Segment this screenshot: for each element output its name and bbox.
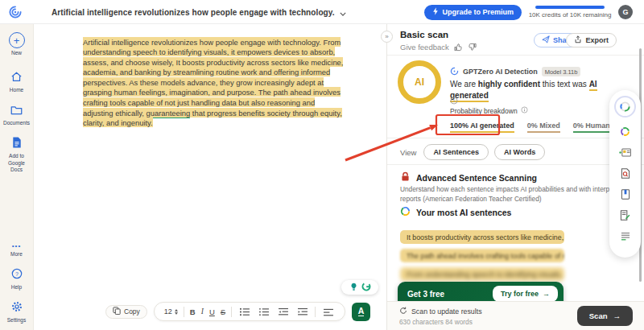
grammarly-widget[interactable] <box>341 280 378 295</box>
document-title: Artificial intelligence revolutionizes h… <box>52 8 335 17</box>
info-icon[interactable] <box>521 106 528 115</box>
probability-ai-generated[interactable]: 100% AI generated <box>450 120 514 133</box>
detector-name: GPTZero AI Detection <box>463 68 538 76</box>
sidebar-item-label: New <box>10 50 23 56</box>
underline-button[interactable]: U <box>209 307 215 316</box>
avatar[interactable]: G <box>618 5 633 19</box>
panel-collapse-button[interactable]: » <box>381 31 393 43</box>
active-scan-circle-icon[interactable] <box>614 96 636 118</box>
header-right-group: Upgrade to Premium 10K credits of 10K re… <box>424 0 633 24</box>
numbered-list-icon[interactable] <box>237 305 251 319</box>
most-ai-sentences-text: Your most AI sentences <box>416 208 511 217</box>
divider <box>387 164 644 165</box>
detector-row: GPTZero AI Detection Model 3.11b <box>450 64 580 79</box>
scan-label: Scan <box>589 311 608 320</box>
strikethrough-button[interactable]: S <box>221 307 225 316</box>
promo-label: Get 3 free <box>407 290 444 299</box>
scan-tools-toolbar <box>609 90 641 258</box>
chevron-down-icon <box>340 5 346 19</box>
plus-icon: + <box>9 32 25 48</box>
ai-sentence-item[interactable]: It boosts productivity across sectors li… <box>400 230 564 244</box>
advanced-scanning-title: Advanced Sentence Scanning <box>400 171 537 184</box>
credits-text: 10K credits of 10K remaining <box>529 11 612 19</box>
advanced-scanning-description: Understand how each sentence impacts AI … <box>400 184 630 204</box>
credits-progress-bar <box>535 6 605 9</box>
ai-sentence-item-blurred[interactable]: From understanding speech to identifying… <box>400 267 564 281</box>
credits-meter: 10K credits of 10K remaining <box>533 6 607 19</box>
sidebar-item-label: Settings <box>6 317 28 324</box>
refresh-icon <box>399 307 407 316</box>
export-button[interactable]: Export <box>566 33 617 47</box>
scan-results-panel: » Basic scan Give feedback Share Export … <box>386 24 644 330</box>
grammarly-g-icon <box>361 280 371 295</box>
scan-button[interactable]: Scan → <box>577 306 633 326</box>
give-feedback-label: Give feedback <box>400 43 449 52</box>
probability-mixed[interactable]: 0% Mixed <box>527 120 560 133</box>
probability-breakdown-label: Probability breakdown <box>450 106 528 115</box>
view-row: View AI Sentences AI Words <box>400 144 545 160</box>
align-icon[interactable] <box>321 305 335 319</box>
sidebar-item-settings[interactable]: Settings <box>0 301 33 324</box>
thumbs-up-icon[interactable] <box>454 43 463 52</box>
id-card-icon[interactable] <box>618 146 632 159</box>
font-size-arrows-icon <box>175 309 178 315</box>
divider <box>387 55 644 56</box>
font-size-stepper[interactable]: 12 <box>164 307 178 316</box>
export-label: Export <box>585 36 609 44</box>
folder-icon <box>10 104 23 118</box>
ai-sentence-item-blurred[interactable]: The path ahead involves crafting tools c… <box>400 249 564 262</box>
outdent-icon[interactable] <box>276 305 290 319</box>
font-size-value: 12 <box>164 307 172 316</box>
indent-icon[interactable] <box>295 305 309 319</box>
sidebar-item-add-to-google-docs[interactable]: Add to Google Docs <box>0 137 33 172</box>
arrow-right-icon: → <box>543 290 550 298</box>
grammar-suggestion-text[interactable]: choose wisely, <box>126 57 174 68</box>
italic-button[interactable]: I <box>201 307 204 316</box>
tab-ai-words[interactable]: AI Words <box>494 144 545 160</box>
upgrade-premium-label: Upgrade to Premium <box>442 8 514 16</box>
copy-icon <box>113 307 121 316</box>
try-for-free-button[interactable]: Try for free → <box>493 286 558 302</box>
sidebar-item-more[interactable]: ••• More <box>0 242 33 258</box>
gear-icon <box>11 301 23 316</box>
book-icon[interactable] <box>618 188 632 201</box>
panel-footer: Scan to update results 630 characters 84… <box>387 301 644 330</box>
grammar-suggestion-text[interactable]: guaranteeing <box>147 108 191 118</box>
tab-ai-sentences[interactable]: AI Sentences <box>423 144 489 160</box>
most-ai-sentences-title: Your most AI sentences <box>400 206 511 218</box>
ai-assistant-label: A <box>358 307 365 316</box>
sidebar-item-documents[interactable]: Documents <box>0 104 33 126</box>
sidebar-item-label: Help <box>10 284 23 291</box>
gptzero-logo-icon[interactable] <box>8 5 23 19</box>
summary-list-icon[interactable] <box>618 229 632 243</box>
editor-toolbar: Copy 12 B I U S <box>105 302 370 321</box>
bullet-list-icon[interactable] <box>257 305 270 319</box>
top-header: Artificial intelligence revolutionizes h… <box>0 0 644 24</box>
home-icon <box>10 71 23 85</box>
probability-human[interactable]: 0% Human <box>573 120 610 133</box>
divider <box>387 138 644 138</box>
sidebar-item-new[interactable]: + New <box>0 32 33 56</box>
document-title-dropdown[interactable]: Artificial intelligence revolutionizes h… <box>52 0 346 24</box>
verdict-text: We are highly confident this text was AI… <box>450 79 634 101</box>
document-editor[interactable]: Artificial intelligence revolutionizes h… <box>35 25 386 330</box>
model-badge: Model 3.11b <box>542 67 581 76</box>
doc-search-icon[interactable] <box>618 167 632 180</box>
swirl-scan-icon[interactable] <box>618 125 632 138</box>
help-icon: ? <box>11 268 23 283</box>
ai-assistant-button[interactable]: A <box>352 303 370 321</box>
view-label: View <box>400 148 416 157</box>
sidebar-item-help[interactable]: ? Help <box>0 268 33 291</box>
gptzero-app: Artificial intelligence revolutionizes h… <box>0 0 644 330</box>
thumbs-down-icon[interactable] <box>468 43 477 52</box>
copy-button[interactable]: Copy <box>105 305 147 319</box>
sidebar-item-home[interactable]: Home <box>0 71 33 93</box>
sidebar-item-label: Documents <box>2 120 31 126</box>
bold-button[interactable]: B <box>190 307 196 316</box>
toolbar-divider <box>184 307 184 317</box>
probability-row: 100% AI generated 0% Mixed 0% Human <box>444 120 610 133</box>
sidebar-item-label: Add to Google Docs <box>3 153 31 172</box>
document-paragraph[interactable]: Artificial intelligence revolutionizes h… <box>83 37 345 128</box>
doc-edit-icon[interactable] <box>618 208 632 222</box>
upgrade-premium-button[interactable]: Upgrade to Premium <box>424 5 522 20</box>
